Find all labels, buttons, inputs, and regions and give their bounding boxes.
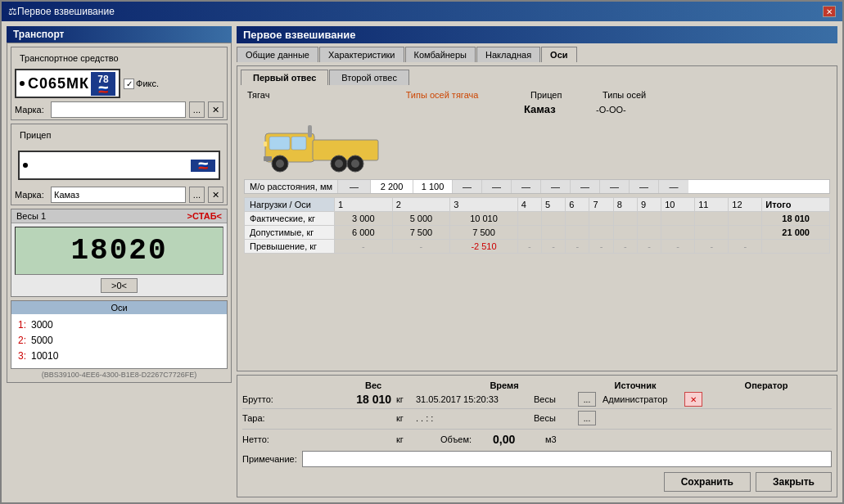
tara-row: Тара: кг . . : : Весы ... bbox=[242, 411, 832, 430]
trailer-name: Камаз bbox=[524, 103, 589, 115]
license-plate: С065МК 78 🇷🇺 bbox=[15, 69, 120, 98]
svg-rect-1 bbox=[269, 137, 290, 150]
svg-rect-4 bbox=[313, 140, 378, 160]
allowed-5 bbox=[541, 226, 565, 240]
col-trailer-axis-label: Типы осей bbox=[603, 90, 827, 100]
marka-label: Марка: bbox=[15, 105, 47, 115]
col-header-11: 11 bbox=[695, 198, 729, 212]
netto-label: Нетто: bbox=[242, 434, 308, 444]
scales-zero-button[interactable]: >0< bbox=[101, 278, 138, 293]
volume-value: 0,00 bbox=[493, 433, 542, 446]
col-header-1: 1 bbox=[335, 198, 393, 212]
actual-3: 10 010 bbox=[450, 212, 517, 226]
tab-axes[interactable]: Оси bbox=[541, 47, 576, 62]
plate-flag: 🇷🇺 bbox=[98, 85, 108, 94]
tara-time: . . : : bbox=[416, 413, 530, 423]
transport-group-label: Транспортное средство bbox=[16, 53, 122, 63]
trailer-marka-label: Марка: bbox=[15, 190, 47, 200]
trailer-flag: 🇷🇺 bbox=[198, 161, 208, 170]
col-header-6: 6 bbox=[566, 198, 589, 212]
close-button[interactable]: Закрыть bbox=[756, 472, 832, 492]
svg-point-11 bbox=[351, 160, 359, 168]
main-content: Транспорт Транспортное средство С065МК bbox=[2, 21, 842, 502]
subtab-second[interactable]: Второй отвес bbox=[329, 70, 409, 85]
fix-checkbox[interactable]: ✓ bbox=[124, 79, 134, 89]
tab-combiners[interactable]: Комбайнеры bbox=[405, 47, 476, 62]
axes-table: Нагрузки / Оси 1 2 3 4 5 6 7 8 9 10 bbox=[244, 197, 830, 254]
marka-dots-button[interactable]: ... bbox=[189, 101, 205, 118]
col-header-3: 3 bbox=[450, 198, 517, 212]
time-header: Время bbox=[439, 380, 570, 390]
col-header-8: 8 bbox=[613, 198, 637, 212]
trailer-marka-dots-button[interactable]: ... bbox=[189, 187, 205, 203]
main-window: ⚖ Первое взвешивание ✕ Транспорт Транспо… bbox=[0, 0, 844, 504]
actual-7 bbox=[589, 212, 613, 226]
right-panel: Первое взвешивание Общие данные Характер… bbox=[237, 26, 837, 497]
note-input[interactable] bbox=[302, 451, 832, 467]
trailer-plate: 🇷🇺 bbox=[18, 151, 220, 180]
main-tabs: Общие данные Характеристики Комбайнеры Н… bbox=[237, 47, 837, 62]
dist-0: — bbox=[338, 180, 371, 193]
row-exceed-label: Превышение, кг bbox=[245, 240, 335, 254]
marka-clear-button[interactable]: ✕ bbox=[208, 101, 223, 118]
svg-rect-5 bbox=[264, 156, 272, 161]
actual-8 bbox=[613, 212, 637, 226]
actual-4 bbox=[517, 212, 541, 226]
axes-vis-header: Тягач Типы осей тягача Прицеп Типы осей bbox=[241, 90, 833, 100]
brutto-operator-delete-button[interactable]: ✕ bbox=[684, 392, 702, 407]
note-label: Примечание: bbox=[242, 454, 297, 464]
transport-box: Транспортное средство С065МК 78 🇷🇺 bbox=[7, 43, 232, 383]
netto-row: Нетто: кг Объем: 0,00 м3 bbox=[242, 433, 832, 446]
actual-total: 18 010 bbox=[762, 212, 830, 226]
table-header-row: Нагрузки / Оси 1 2 3 4 5 6 7 8 9 10 bbox=[245, 198, 830, 212]
transport-title: Транспорт bbox=[7, 26, 232, 43]
allowed-11 bbox=[695, 226, 729, 240]
col-header-10: 10 bbox=[661, 198, 695, 212]
weighing-headers: Вес Время Источник Оператор bbox=[242, 380, 832, 390]
subtab-first[interactable]: Первый отвес bbox=[241, 70, 328, 85]
scales-display: 18020 bbox=[15, 227, 223, 275]
allowed-10 bbox=[661, 226, 695, 240]
exceed-6: - bbox=[566, 240, 589, 254]
allowed-6 bbox=[566, 226, 589, 240]
save-button[interactable]: Сохранить bbox=[664, 472, 751, 492]
tab-characteristics[interactable]: Характеристики bbox=[319, 47, 404, 62]
tara-source-button[interactable]: ... bbox=[578, 411, 596, 425]
row-actual-label: Фактические, кг bbox=[245, 212, 335, 226]
title-bar: ⚖ Первое взвешивание ✕ bbox=[2, 2, 842, 21]
window-icon: ⚖ bbox=[8, 6, 17, 17]
volume-label: Объем: bbox=[440, 434, 490, 444]
actual-2: 5 000 bbox=[392, 212, 450, 226]
allowed-2: 7 500 bbox=[392, 226, 450, 240]
marka-input[interactable] bbox=[51, 101, 186, 118]
axis-2-num: 2: bbox=[18, 333, 26, 349]
brutto-source-button[interactable]: ... bbox=[578, 392, 596, 407]
netto-unit: кг bbox=[396, 434, 413, 444]
exceed-5: - bbox=[541, 240, 565, 254]
tab-general[interactable]: Общие данные bbox=[237, 47, 318, 62]
col-header-total: Итого bbox=[762, 198, 830, 212]
dist-9: — bbox=[630, 180, 659, 193]
tara-source: Весы bbox=[534, 413, 575, 423]
plate-region: 78 🇷🇺 bbox=[91, 72, 115, 96]
scales-mode: >СТАБ< bbox=[187, 211, 222, 221]
tab-invoice[interactable]: Накладная bbox=[476, 47, 540, 62]
window-close-button[interactable]: ✕ bbox=[823, 6, 836, 17]
guid-text: (BBS39100-4EE6-4300-B1E8-D2267C7726FE) bbox=[11, 371, 228, 379]
list-item: 2: 5000 bbox=[18, 333, 220, 349]
trailer-marka-clear-button[interactable]: ✕ bbox=[208, 187, 223, 203]
truck-svg bbox=[257, 117, 486, 176]
source-header: Источник bbox=[570, 380, 701, 390]
trailer-marka-input[interactable] bbox=[51, 187, 186, 203]
trailer-plate-dot bbox=[23, 163, 28, 168]
axes-table-wrapper: Нагрузки / Оси 1 2 3 4 5 6 7 8 9 10 bbox=[244, 197, 830, 254]
transport-panel: Транспорт Транспортное средство С065МК bbox=[7, 26, 232, 383]
allowed-3: 7 500 bbox=[450, 226, 517, 240]
svg-rect-3 bbox=[308, 125, 312, 137]
axes-list: 1: 3000 2: 5000 3: 10010 bbox=[11, 314, 227, 368]
scales-header: Весы 1 >СТАБ< bbox=[11, 209, 227, 223]
trailer-group: Прицеп 🇷🇺 bbox=[11, 124, 228, 205]
dist-7: — bbox=[571, 180, 600, 193]
marka-row: Марка: ... ✕ bbox=[15, 101, 223, 118]
actual-1: 3 000 bbox=[335, 212, 393, 226]
